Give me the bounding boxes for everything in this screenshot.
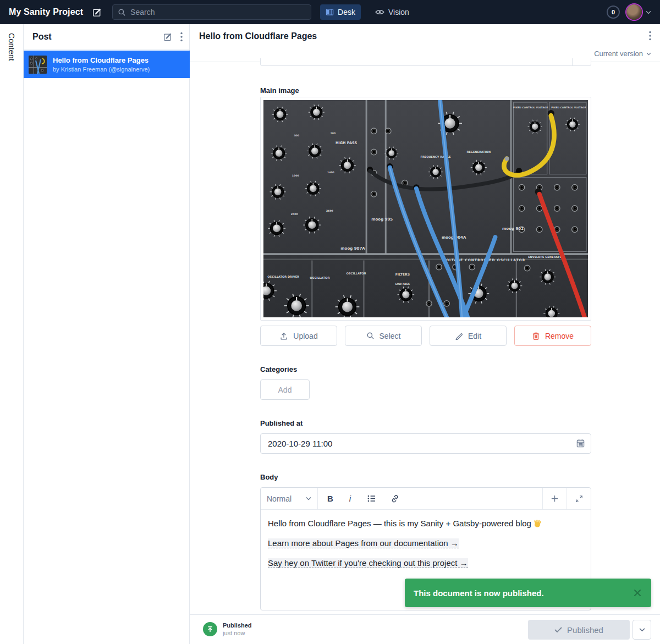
post-list-pane: Post: [24, 24, 190, 644]
search-input[interactable]: [130, 8, 295, 16]
tab-vision[interactable]: Vision: [370, 4, 415, 20]
publish-status: Published just now: [203, 622, 252, 636]
published-at-input[interactable]: [260, 433, 591, 454]
slug-input-partial[interactable]: [260, 58, 591, 66]
edit-button[interactable]: Edit: [430, 326, 507, 346]
pane-title: Post: [32, 32, 52, 42]
body-paragraph: Learn more about Pages from our document…: [268, 537, 584, 549]
item-title: Hello from Cloudflare Pages: [53, 56, 150, 64]
synthesizer-photo: HIGH PASS FREQUENCY RANGE REGENERATION F…: [263, 100, 588, 317]
link-button[interactable]: [391, 494, 399, 503]
plus-icon: [551, 494, 559, 503]
svg-text:HIGH PASS: HIGH PASS: [336, 141, 358, 145]
project-title: My Sanity Project: [9, 7, 83, 17]
body-paragraph: Hello from Cloudflare Pages — this is my…: [268, 518, 584, 529]
twitter-link[interactable]: Say hey on Twitter if you're checking ou…: [268, 558, 468, 568]
svg-text:500: 500: [294, 134, 299, 137]
content-rail[interactable]: Content: [0, 24, 24, 644]
pane-header: Post: [24, 24, 189, 50]
content-rail-label: Content: [7, 33, 16, 61]
version-menu[interactable]: Current version: [594, 49, 651, 58]
document-pane: Hello from Cloudflare Pages Current vers…: [190, 24, 660, 644]
add-category-button[interactable]: Add: [260, 379, 310, 400]
tab-desk[interactable]: Desk: [320, 4, 361, 20]
svg-text:LOW PASS: LOW PASS: [395, 283, 410, 285]
document-menu-button[interactable]: [649, 31, 651, 41]
style-select[interactable]: Normal: [261, 488, 318, 509]
svg-text:OSCILLATOR: OSCILLATOR: [310, 276, 329, 279]
pencil-icon: [455, 332, 463, 340]
svg-text:2000: 2000: [291, 213, 298, 216]
select-button[interactable]: Select: [345, 326, 422, 346]
publish-menu-button[interactable]: [632, 620, 651, 640]
close-icon[interactable]: [632, 588, 642, 598]
search-bar[interactable]: [112, 4, 311, 20]
svg-text:ENVELOPE GENERATOR: ENVELOPE GENERATOR: [528, 255, 564, 258]
svg-text:moog 907A: moog 907A: [340, 246, 365, 251]
paragraph-text: Hello from Cloudflare Pages — this is my…: [268, 519, 531, 528]
search-icon: [366, 332, 375, 340]
insert-block-button[interactable]: [542, 488, 566, 509]
count-badge[interactable]: 0: [607, 5, 620, 19]
categories-label: Categories: [260, 365, 591, 373]
italic-button[interactable]: i: [348, 494, 353, 503]
svg-text:1400: 1400: [327, 171, 334, 174]
pane-menu-button[interactable]: [180, 32, 183, 42]
publish-status-icon: [203, 622, 217, 636]
style-select-value: Normal: [267, 494, 292, 503]
eye-icon: [375, 8, 384, 16]
create-post-button[interactable]: [163, 32, 173, 42]
tab-vision-label: Vision: [388, 8, 409, 16]
chevron-down-icon: [639, 628, 645, 632]
image-preview[interactable]: HIGH PASS FREQUENCY RANGE REGENERATION F…: [260, 97, 591, 321]
check-icon: [554, 627, 562, 633]
tab-desk-label: Desk: [338, 8, 355, 16]
svg-text:FIXED CONTROL VOLTAGE: FIXED CONTROL VOLTAGE: [513, 106, 548, 109]
published-at-label: Published at: [260, 419, 591, 427]
new-document-button[interactable]: [92, 7, 102, 18]
svg-text:2600: 2600: [326, 210, 333, 212]
calendar-icon[interactable]: [576, 438, 585, 448]
document-header: Hello from Cloudflare Pages Current vers…: [190, 24, 660, 62]
version-label: Current version: [594, 49, 643, 58]
fullscreen-button[interactable]: [566, 488, 591, 509]
main-image-label: Main image: [260, 86, 591, 95]
published-at-field: [260, 433, 591, 454]
toast-message: This document is now published.: [414, 588, 632, 598]
publish-toast: This document is now published.: [405, 579, 651, 607]
avatar-chevron-icon[interactable]: [646, 10, 651, 14]
sanity-studio: My Sanity Project: [0, 0, 660, 644]
remove-button[interactable]: Remove: [514, 326, 591, 346]
upload-icon: [279, 332, 288, 340]
bullet-list-button[interactable]: [367, 494, 376, 503]
select-label: Select: [380, 332, 401, 340]
publish-status-title: Published: [223, 622, 252, 629]
document-footer: Published just now Published: [190, 614, 660, 644]
document-title: Hello from Cloudflare Pages: [199, 31, 317, 41]
document-form: Main image: [190, 62, 660, 614]
link-icon: [391, 494, 399, 503]
post-list-item[interactable]: Hello from Cloudflare Pages by Kristian …: [24, 51, 190, 78]
editor-content[interactable]: Hello from Cloudflare Pages — this is my…: [261, 510, 591, 585]
publish-button[interactable]: Published: [528, 620, 630, 640]
upload-label: Upload: [293, 332, 317, 340]
item-subtitle: by Kristian Freeman (@signalnerve): [53, 66, 150, 73]
publish-button-label: Published: [567, 625, 603, 635]
image-actions: Upload Select Edit: [260, 326, 591, 346]
item-thumbnail: [29, 56, 47, 74]
bold-button[interactable]: B: [327, 494, 333, 503]
trash-icon: [532, 332, 540, 340]
docs-link[interactable]: Learn more about Pages from our document…: [268, 538, 459, 548]
svg-text:OSCILLATOR: OSCILLATOR: [346, 272, 366, 275]
svg-text:FILTERS: FILTERS: [395, 272, 410, 276]
editor-toolbar: Normal B i: [261, 488, 591, 510]
chevron-down-icon: [306, 497, 311, 500]
upload-button[interactable]: Upload: [260, 326, 337, 346]
wave-emoji: [533, 519, 542, 528]
body-paragraph: Say hey on Twitter if you're checking ou…: [268, 557, 584, 569]
svg-text:moog 902: moog 902: [502, 226, 524, 231]
desk-icon: [326, 8, 334, 16]
dots-vertical-icon: [649, 31, 651, 41]
user-avatar[interactable]: [626, 4, 642, 20]
svg-text:moog 995: moog 995: [371, 217, 393, 222]
